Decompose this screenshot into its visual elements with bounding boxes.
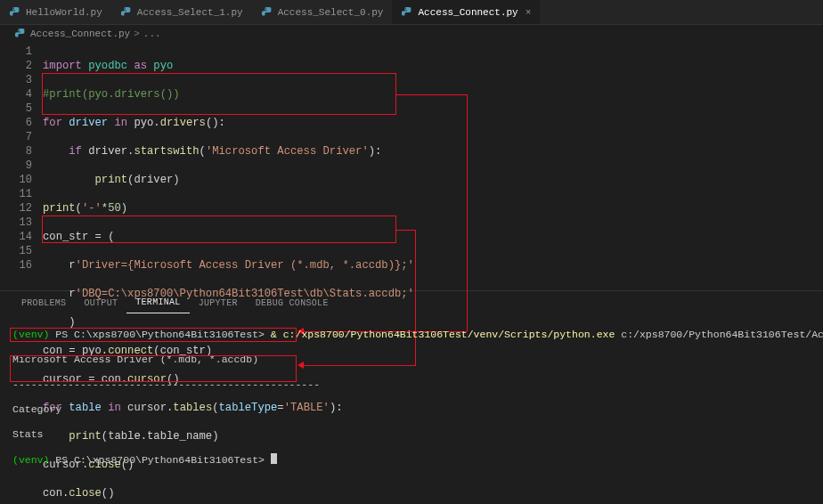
python-file-icon [9, 6, 21, 19]
tab-access-select-0[interactable]: Access_Select_0.py [252, 0, 393, 24]
breadcrumb[interactable]: Access_Connect.py > ... [0, 25, 823, 43]
code-editor[interactable]: 12345678910111213141516 import pyodbc as… [0, 43, 823, 290]
terminal-cursor [271, 453, 277, 464]
tab-label: Access_Select_1.py [137, 7, 243, 18]
terminal-output-driver: Microsoft Access Driver (*.mdb, *.accdb) [12, 354, 811, 366]
terminal-output-table-2: Stats [12, 428, 811, 441]
breadcrumb-file: Access_Connect.py [30, 28, 130, 39]
terminal-content[interactable]: (venv) PS C:\xps8700\Python64Bit3106Test… [0, 314, 823, 504]
tab-label: Access_Connect.py [418, 7, 517, 18]
svg-point-0 [13, 8, 14, 9]
svg-point-1 [125, 8, 126, 9]
tab-label: HelloWorld.py [26, 7, 102, 18]
bottom-panel: PROBLEMS OUTPUT TERMINAL JUPYTER DEBUG C… [0, 290, 823, 504]
svg-point-4 [19, 29, 20, 30]
editor-tab-bar: HelloWorld.py Access_Select_1.py Access_… [0, 0, 823, 25]
python-file-icon [401, 6, 413, 19]
terminal-output-table-1: Category [12, 403, 811, 416]
python-file-icon [261, 6, 273, 19]
tab-access-connect[interactable]: Access_Connect.py × [392, 0, 540, 24]
tab-label: Access_Select_0.py [278, 7, 384, 18]
tab-access-select-1[interactable]: Access_Select_1.py [111, 0, 252, 24]
svg-point-3 [405, 8, 406, 9]
breadcrumb-rest: ... [143, 28, 161, 39]
tab-helloworld[interactable]: HelloWorld.py [0, 0, 111, 24]
line-number-gutter: 12345678910111213141516 [0, 43, 43, 290]
svg-point-2 [265, 8, 265, 9]
python-file-icon [14, 28, 27, 40]
chevron-right-icon: > [134, 28, 140, 39]
terminal-output-divider: ----------------------------------------… [12, 378, 811, 391]
python-file-icon [120, 6, 133, 19]
close-icon[interactable]: × [526, 7, 532, 18]
code-content[interactable]: import pyodbc as pyo #print(pyo.drivers(… [43, 43, 823, 290]
